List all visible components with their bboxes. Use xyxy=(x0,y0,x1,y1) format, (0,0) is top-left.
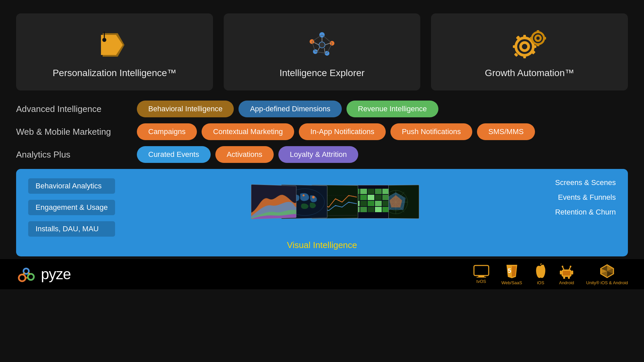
svg-line-9 xyxy=(325,43,330,45)
svg-rect-59 xyxy=(360,201,367,206)
card-personalization-title: Personalization Intelligence™ xyxy=(53,68,176,78)
card-intelligence-explorer[interactable]: Intelligence Explorer xyxy=(224,13,421,90)
svg-point-81 xyxy=(28,274,34,280)
feature-rows-section: Advanced Intelligence Behavioral Intelli… xyxy=(0,101,644,163)
pill-contextual-marketing[interactable]: Contextual Marketing xyxy=(202,123,294,140)
svg-rect-53 xyxy=(360,195,367,200)
vi-installs-dau-mau: Installs, DAU, MAU xyxy=(28,221,115,237)
svg-rect-61 xyxy=(375,201,382,206)
svg-rect-66 xyxy=(368,207,374,212)
pyze-logo-icon xyxy=(16,265,36,284)
footer: pyze tvOS 5 Web/SaaS xyxy=(0,259,644,289)
svg-rect-50 xyxy=(382,189,388,194)
pill-campaigns[interactable]: Campaigns xyxy=(137,123,197,140)
vi-retention-churn: Retention & Churn xyxy=(555,208,616,217)
tvos-icon xyxy=(473,265,489,278)
svg-rect-56 xyxy=(382,195,388,200)
android-icon xyxy=(559,263,574,279)
svg-rect-55 xyxy=(375,195,382,200)
svg-rect-32 xyxy=(530,37,533,40)
pill-loyalty-attrition[interactable]: Loyalty & Attrition xyxy=(278,146,358,163)
svg-point-79 xyxy=(19,275,25,281)
svg-rect-65 xyxy=(360,207,367,212)
svg-rect-86 xyxy=(478,276,484,277)
pill-push-notifications[interactable]: Push Notifications xyxy=(390,123,472,140)
svg-line-17 xyxy=(312,35,322,42)
svg-rect-92 xyxy=(563,271,570,276)
html5-icon: 5 xyxy=(505,263,519,279)
vi-left-items: Behavioral Analytics Engagement & Usage … xyxy=(28,178,115,237)
platform-unity: Unity® iOS & Android xyxy=(586,263,628,285)
svg-rect-20 xyxy=(523,35,526,39)
svg-point-7 xyxy=(319,42,325,48)
analytics-pills: Curated Events Activations Loyalty & Att… xyxy=(137,146,358,163)
svg-line-14 xyxy=(327,43,332,53)
svg-point-19 xyxy=(521,43,529,51)
pill-revenue-intelligence[interactable]: Revenue Intelligence xyxy=(346,101,438,117)
svg-rect-68 xyxy=(382,207,388,212)
card-growth[interactable]: Growth Automation™ xyxy=(431,13,628,90)
svg-point-96 xyxy=(570,265,572,267)
svg-rect-21 xyxy=(523,54,526,58)
svg-rect-85 xyxy=(474,265,489,276)
feature-row-marketing: Web & Mobile Marketing Campaigns Context… xyxy=(16,123,628,140)
svg-rect-87 xyxy=(477,277,486,278)
platform-websaas: 5 Web/SaaS xyxy=(501,263,522,285)
vi-behavioral-analytics: Behavioral Analytics xyxy=(28,178,115,194)
svg-rect-99 xyxy=(563,277,565,279)
pyze-logo: pyze xyxy=(16,265,71,284)
svg-line-10 xyxy=(324,48,325,53)
gears-icon xyxy=(511,28,548,62)
visual-intelligence-section: Behavioral Analytics Engagement & Usage … xyxy=(16,169,628,256)
feature-row-analytics: Analytics Plus Curated Events Activation… xyxy=(16,146,628,163)
vi-content: Behavioral Analytics Engagement & Usage … xyxy=(28,178,616,237)
android-label: Android xyxy=(559,280,574,285)
card-intelligence-explorer-title: Intelligence Explorer xyxy=(279,68,365,78)
svg-rect-30 xyxy=(537,30,539,33)
svg-line-12 xyxy=(314,43,319,45)
network-icon xyxy=(305,28,339,62)
pill-in-app-notifications[interactable]: In-App Notifications xyxy=(299,123,386,140)
chart-screen-1 xyxy=(251,184,297,220)
feature-row-advanced: Advanced Intelligence Behavioral Intelli… xyxy=(16,101,628,117)
vi-events-funnels: Events & Funnels xyxy=(558,193,616,202)
platform-android: Android xyxy=(559,263,574,285)
svg-line-11 xyxy=(318,47,320,51)
svg-rect-33 xyxy=(543,37,546,40)
svg-rect-22 xyxy=(513,45,517,48)
svg-rect-31 xyxy=(537,43,539,46)
card-personalization[interactable]: Personalization Intelligence™ xyxy=(16,13,213,90)
marketing-pills: Campaigns Contextual Marketing In-App No… xyxy=(137,123,535,140)
pill-activations[interactable]: Activations xyxy=(215,146,274,163)
vi-engagement-usage: Engagement & Usage xyxy=(28,200,115,215)
pill-sms-mms[interactable]: SMS/MMS xyxy=(477,123,535,140)
svg-rect-98 xyxy=(572,270,573,275)
svg-rect-100 xyxy=(568,277,570,279)
card-growth-title: Growth Automation™ xyxy=(485,68,574,78)
advanced-intelligence-label: Advanced Intelligence xyxy=(16,104,130,114)
svg-point-94 xyxy=(562,265,564,267)
pill-app-defined-dimensions[interactable]: App-defined Dimensions xyxy=(238,101,342,117)
svg-rect-48 xyxy=(368,189,374,194)
tvos-label: tvOS xyxy=(476,279,486,284)
svg-point-0 xyxy=(102,38,106,42)
pyze-text: pyze xyxy=(41,266,71,283)
apple-icon xyxy=(534,263,547,279)
advanced-intelligence-pills: Behavioral Intelligence App-defined Dime… xyxy=(137,101,438,117)
platform-icons: tvOS 5 Web/SaaS iOS xyxy=(473,263,628,285)
svg-rect-97 xyxy=(560,270,561,275)
svg-rect-23 xyxy=(532,45,536,48)
analytics-plus-label: Analytics Plus xyxy=(16,149,130,160)
pill-behavioral-intelligence[interactable]: Behavioral Intelligence xyxy=(137,101,234,117)
svg-point-28 xyxy=(532,32,544,44)
vi-screens-scenes: Screens & Scenes xyxy=(555,178,616,187)
vi-chart-screens xyxy=(251,178,419,225)
ios-label: iOS xyxy=(537,280,544,285)
svg-rect-54 xyxy=(368,195,374,200)
svg-point-29 xyxy=(535,36,541,41)
pill-curated-events[interactable]: Curated Events xyxy=(137,146,211,163)
svg-text:5: 5 xyxy=(508,267,511,274)
unity-label: Unity® iOS & Android xyxy=(586,280,628,285)
svg-rect-47 xyxy=(360,189,367,194)
tag-icon xyxy=(98,28,131,62)
